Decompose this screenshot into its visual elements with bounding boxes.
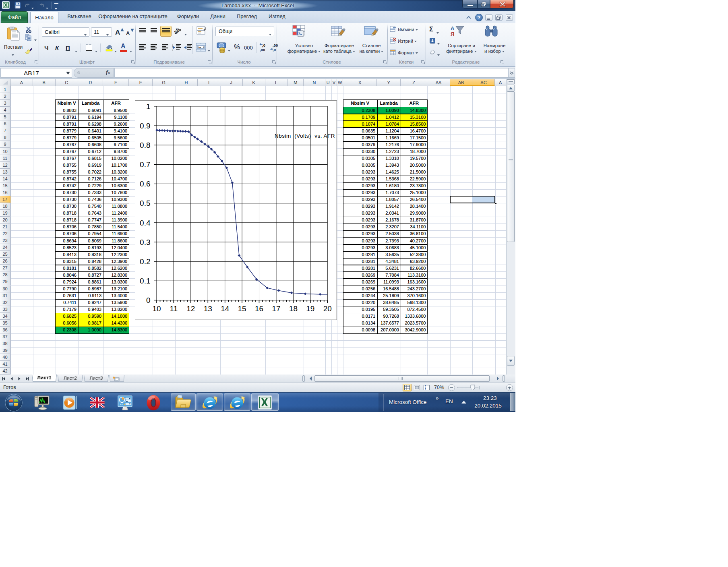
svg-text:0.4: 0.4	[140, 219, 150, 227]
svg-text:0.7: 0.7	[140, 161, 150, 169]
svg-text:19: 19	[306, 305, 314, 313]
svg-text:А: А	[451, 25, 455, 31]
svg-text:,0: ,0	[273, 48, 276, 52]
svg-text:14: 14	[221, 305, 229, 313]
svg-text:0.8: 0.8	[140, 141, 150, 149]
svg-text:13: 13	[204, 305, 212, 313]
svg-text:11: 11	[170, 305, 178, 313]
svg-text:10: 10	[152, 305, 161, 313]
svg-text:Nbsim (Volts) vs. AFR: Nbsim (Volts) vs. AFR	[275, 133, 335, 139]
svg-text:17: 17	[272, 305, 280, 313]
svg-text:ab: ab	[174, 27, 181, 35]
svg-text:a: a	[199, 46, 201, 49]
svg-text:0.3: 0.3	[140, 238, 150, 246]
svg-text:0.6: 0.6	[140, 180, 150, 188]
svg-text:0.2: 0.2	[140, 257, 150, 266]
svg-text:,0: ,0	[262, 43, 265, 48]
svg-text:,00: ,00	[260, 48, 265, 52]
svg-text:0: 0	[146, 296, 151, 305]
svg-text:Я: Я	[451, 31, 454, 37]
svg-text:15: 15	[238, 305, 246, 313]
svg-text:,00: ,00	[273, 43, 278, 48]
svg-text:12: 12	[186, 305, 195, 313]
svg-text:1: 1	[146, 102, 151, 111]
svg-text:16: 16	[255, 305, 263, 313]
svg-text:0.5: 0.5	[140, 199, 150, 208]
svg-text:18: 18	[289, 305, 298, 313]
svg-text:0.1: 0.1	[140, 277, 150, 285]
svg-text:0.9: 0.9	[140, 122, 150, 130]
svg-text:20: 20	[323, 305, 332, 313]
